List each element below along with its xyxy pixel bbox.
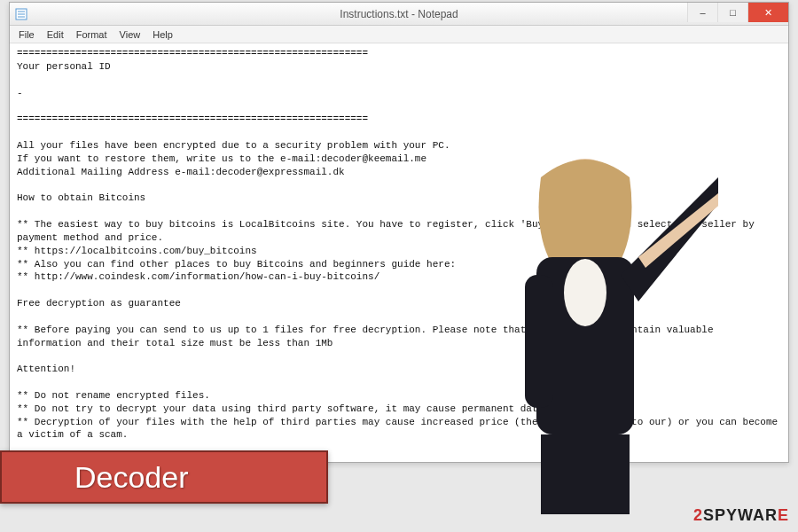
- maximize-button[interactable]: □: [717, 3, 747, 22]
- titlebar[interactable]: Instructions.txt - Notepad – □ ✕: [10, 3, 788, 26]
- watermark-mid: SPYWAR: [703, 506, 778, 524]
- text-area[interactable]: ========================================…: [10, 43, 788, 462]
- window-title: Instructions.txt - Notepad: [10, 8, 788, 20]
- notepad-icon: [15, 7, 29, 21]
- watermark: 2SPYWARE: [693, 506, 789, 525]
- menu-view[interactable]: View: [114, 27, 146, 42]
- menubar: File Edit Format View Help: [10, 26, 788, 43]
- menu-file[interactable]: File: [13, 27, 40, 42]
- watermark-prefix: 2: [693, 506, 703, 524]
- minimize-button[interactable]: –: [687, 3, 717, 22]
- watermark-suffix: E: [778, 506, 789, 524]
- close-button[interactable]: ✕: [747, 3, 788, 22]
- banner-label: Decoder: [74, 460, 189, 495]
- window-controls: – □ ✕: [687, 3, 788, 25]
- menu-edit[interactable]: Edit: [42, 27, 69, 42]
- menu-help[interactable]: Help: [147, 27, 178, 42]
- menu-format[interactable]: Format: [71, 27, 113, 42]
- notepad-window: Instructions.txt - Notepad – □ ✕ File Ed…: [9, 2, 789, 463]
- decoder-banner: Decoder: [0, 450, 328, 504]
